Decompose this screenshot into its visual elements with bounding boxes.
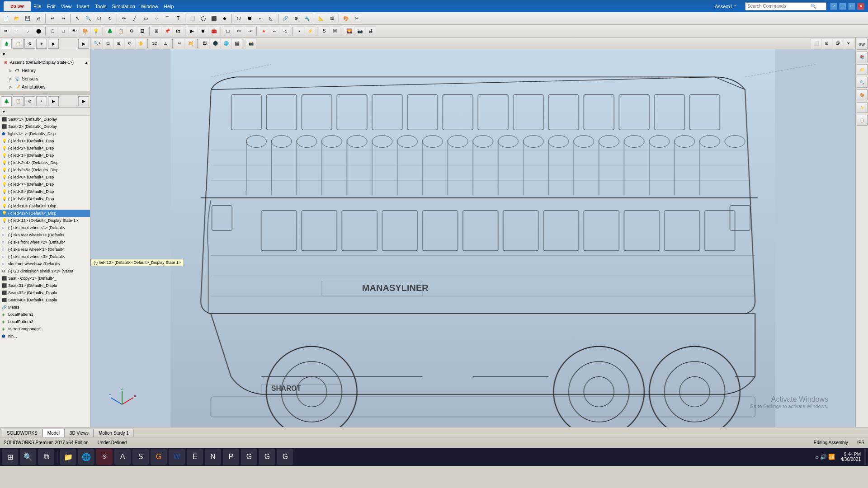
app3-btn[interactable]: G	[151, 449, 167, 465]
zoom-button[interactable]: 🔍	[83, 14, 93, 23]
tree-item[interactable]: ○(-) sks front wheel<2> (Default<	[0, 239, 90, 246]
tree-item[interactable]: ⬛Seat<1> (Default<_Display	[0, 116, 90, 123]
assembly-root-item[interactable]: ⚙ Assem1 (Default<Display State-1>) ▲	[0, 58, 90, 66]
circle-button[interactable]: ○	[151, 14, 161, 23]
tree-item[interactable]: ◈LocalPattern1	[0, 311, 90, 318]
rect-button[interactable]: ▭	[141, 14, 151, 23]
undo-button[interactable]: ↩	[47, 14, 57, 23]
custom-prop-btn[interactable]: 📋	[857, 115, 868, 126]
smart-fasteners-button[interactable]: 🔩	[302, 14, 312, 23]
search-btn[interactable]: 🔍	[857, 77, 868, 88]
display-state-btn[interactable]: 🖼	[137, 26, 147, 36]
insert-component-button[interactable]: ⊕	[291, 14, 301, 23]
appearances-btn[interactable]: ✨	[857, 102, 868, 113]
save-button[interactable]: 💾	[23, 14, 33, 23]
tree-item[interactable]: 🔗Mates	[0, 304, 90, 311]
scene-btn[interactable]: 🎬	[232, 38, 242, 48]
solidworks-tab[interactable]: SOLIDWORKS	[2, 429, 42, 437]
expand-panel-btn-b[interactable]: ▶	[78, 96, 89, 106]
markup-tab-b[interactable]: ▶	[48, 96, 59, 106]
solidworks-resources-btn[interactable]: SW	[857, 39, 868, 50]
line-button[interactable]: ╱	[130, 14, 140, 23]
text-button[interactable]: T	[173, 14, 183, 23]
feature-manager-btn[interactable]: 🌲	[105, 26, 115, 36]
view-orient-btn[interactable]: ⬡	[47, 26, 57, 36]
search-taskbar-btn[interactable]: 🔍	[20, 449, 36, 465]
zoom-area-btn[interactable]: ⊞	[114, 38, 124, 48]
file-explorer-btn[interactable]: 📁	[857, 64, 868, 75]
rotate-button[interactable]: ↻	[105, 14, 115, 23]
display-tab[interactable]: +	[36, 39, 47, 49]
section-view-button[interactable]: ✂	[352, 14, 362, 23]
search-commands-box[interactable]: 🔍	[745, 2, 826, 10]
panel-resize-handle[interactable]: ━━━	[0, 91, 90, 94]
sweep-button[interactable]: ⬛	[209, 14, 219, 23]
menu-simulation[interactable]: Simulation	[112, 4, 135, 9]
screen-capture-btn[interactable]: 📸	[246, 38, 256, 48]
open-button[interactable]: 📂	[12, 14, 22, 23]
display-mode-btn[interactable]: 🖼	[199, 38, 209, 48]
collapse-icon[interactable]: ▲	[85, 61, 88, 65]
ref-geom-btn[interactable]: ⬦	[23, 26, 33, 36]
3d-viewport[interactable]: 🔍+ ⊡ ⊞ ↻ ✋ 3D ⊥ ✂ 💥 🖼 🌑 🌐 🎬 📸 ⬜ ⊟ 🗗 ✕	[90, 38, 855, 427]
redo-button[interactable]: ↪	[58, 14, 68, 23]
tree-item[interactable]: ⬛Seat<31> (Default<_Displa	[0, 282, 90, 289]
view-palette-btn[interactable]: 🎨	[857, 89, 868, 100]
zoom-fit-btn[interactable]: ⊡	[103, 38, 113, 48]
app8-btn[interactable]: G	[277, 449, 293, 465]
offset-btn[interactable]: ⬤	[33, 26, 43, 36]
menu-help[interactable]: Help	[164, 4, 174, 9]
sw-motion-btn[interactable]: M	[330, 26, 340, 36]
task-view-btn[interactable]: ⧉	[38, 449, 54, 465]
tree-item[interactable]: 💡(-) led<7> (Default<_Disp	[0, 181, 90, 188]
motion-study-tab[interactable]: Motion Study 1	[94, 429, 134, 437]
tree-item[interactable]: ⬛Seat<32> (Default<_Displa	[0, 289, 90, 296]
config-tab-b[interactable]: ⚙	[24, 96, 35, 106]
arc-button[interactable]: ⌒	[162, 14, 172, 23]
mirror-button[interactable]: ⬡	[234, 14, 244, 23]
print-button[interactable]: 🖨	[33, 14, 43, 23]
search-commands-input[interactable]	[747, 4, 811, 9]
chamfer-button[interactable]: ◺	[266, 14, 276, 23]
display-manager-button[interactable]: 🎨	[341, 14, 351, 23]
sketch-button[interactable]: ✏	[119, 14, 129, 23]
sensors-item[interactable]: ▷ 📡 Sensors	[0, 75, 90, 83]
tree-item[interactable]: ⬛Seat<40> (Default<_Displa	[0, 296, 90, 304]
render-btn[interactable]: 🌄	[344, 26, 354, 36]
viewport-restore-btn[interactable]: 🗗	[833, 38, 843, 48]
display-style-btn[interactable]: □	[58, 26, 68, 36]
config-tab[interactable]: ⚙	[24, 39, 35, 49]
window-controls[interactable]: ? ─ □ ✕	[830, 3, 864, 10]
simulate-btn[interactable]: ▶	[187, 26, 197, 36]
point-btn[interactable]: ·	[12, 26, 22, 36]
loft-button[interactable]: ◆	[220, 14, 230, 23]
relation-btn[interactable]: 🔺	[259, 26, 269, 36]
app1-btn[interactable]: A	[114, 449, 131, 465]
tree-item[interactable]: ⬛Seat<2> (Default<_Display	[0, 123, 90, 130]
edge2-btn[interactable]: E	[187, 449, 203, 465]
tree-item[interactable]: ○sks front wheel<4> (Default<	[0, 260, 90, 267]
explode-btn[interactable]: 💥	[185, 38, 195, 48]
tree-item[interactable]: ⬟nln...	[0, 333, 90, 340]
zoom-in-btn[interactable]: 🔍+	[92, 38, 102, 48]
pattern-button[interactable]: ⬢	[245, 14, 255, 23]
history-item[interactable]: ▷ ⏱ History	[0, 66, 90, 75]
tree-item[interactable]: 💡(-) led<6> (Default<_Disp	[0, 174, 90, 181]
erase-btn[interactable]: ◻	[223, 26, 233, 36]
sketch-btn2[interactable]: ✏	[1, 26, 11, 36]
record-btn[interactable]: ⏺	[198, 26, 208, 36]
view3d-button[interactable]: ⬡	[94, 14, 104, 23]
prop-tab-b[interactable]: 📋	[13, 96, 24, 106]
close-button[interactable]: ✕	[857, 3, 864, 10]
menu-edit[interactable]: Edit	[47, 4, 56, 9]
appear-btn[interactable]: 🎨	[80, 26, 90, 36]
menu-bar[interactable]: File Edit View Insert Tools Simulation W…	[33, 4, 174, 9]
macro-btn[interactable]: ⚡	[305, 26, 315, 36]
new-button[interactable]: 📄	[1, 14, 11, 23]
block-btn[interactable]: ▪	[294, 26, 304, 36]
annotations-item[interactable]: ▷ 📝 Annotations	[0, 83, 90, 91]
hide-show-btn[interactable]: 👁	[69, 26, 79, 36]
normal-to-btn[interactable]: ⊥	[160, 38, 170, 48]
pan-btn[interactable]: ✋	[136, 38, 146, 48]
tree-item[interactable]: ⚙(-) GB direksiyon simidi 1<1> (Varsa	[0, 267, 90, 275]
